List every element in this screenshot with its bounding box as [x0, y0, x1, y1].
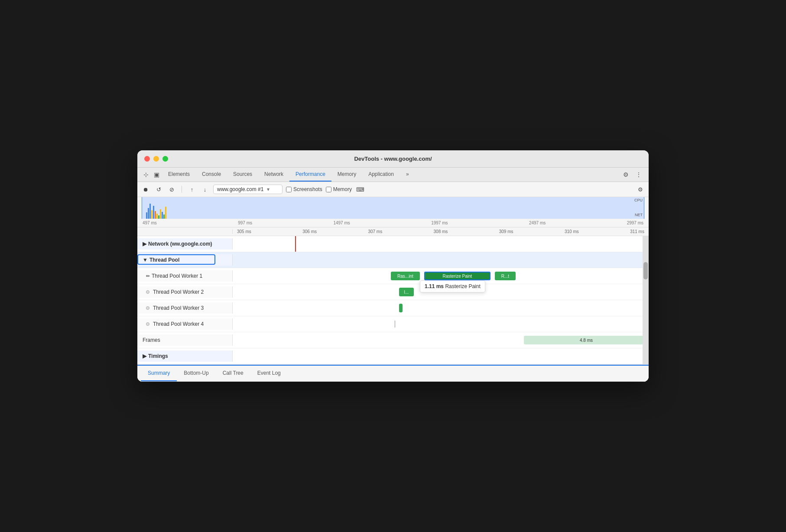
reload-button[interactable]: ↺	[154, 185, 163, 194]
timings-row: ▶ Timings	[137, 348, 649, 364]
worker1-row: ✏ Thread Pool Worker 1 Ras...int Rasteri…	[137, 268, 649, 284]
ruler-309: 309 ms	[499, 229, 513, 234]
worker4-label-text: Thread Pool Worker 4	[153, 321, 204, 327]
tab-network[interactable]: Network	[258, 168, 289, 182]
settings-icon[interactable]: ⚙	[620, 169, 632, 181]
ov-bar	[148, 208, 149, 219]
overview-chart[interactable]: CPU NET	[142, 197, 644, 219]
cursor-icon[interactable]: ⊹	[141, 168, 151, 182]
rasterize-t-bar[interactable]: R...t	[495, 272, 516, 280]
frames-row: Frames 4.8 ms	[137, 332, 649, 348]
url-selector[interactable]: www.google.com #1 ▾	[213, 185, 283, 194]
thread-pool-label[interactable]: ▼ Thread Pool	[137, 254, 233, 266]
record-button[interactable]: ⏺	[141, 185, 150, 194]
scrollbar-thumb[interactable]	[643, 262, 648, 279]
ov-bar	[165, 207, 166, 219]
more-options-icon[interactable]: ⋮	[632, 169, 645, 181]
timings-label-text: Timings	[148, 353, 168, 359]
rasterize-paint-bar[interactable]: Rasterize Paint	[424, 272, 491, 280]
ov-bar	[158, 215, 159, 219]
tab-more[interactable]: »	[400, 168, 415, 182]
worker2-label-text: Thread Pool Worker 2	[153, 289, 204, 295]
timings-content	[233, 348, 649, 364]
tab-bottom-up[interactable]: Bottom-Up	[177, 366, 215, 381]
worker2-row: Thread Pool Worker 2 I...	[137, 284, 649, 300]
memory-checkbox[interactable]	[326, 187, 331, 192]
tab-memory[interactable]: Memory	[331, 168, 362, 182]
screenshots-checkbox[interactable]	[286, 187, 292, 192]
overview-timeline: 497 ms 997 ms 1497 ms 1997 ms 2497 ms 29…	[137, 219, 649, 227]
thread-pool-expand-icon[interactable]: ▼	[143, 257, 148, 263]
tab-sources[interactable]: Sources	[227, 168, 258, 182]
upload-button[interactable]: ↑	[187, 185, 197, 194]
network-row-content	[233, 236, 649, 252]
tab-application[interactable]: Application	[362, 168, 400, 182]
network-throttle-icon[interactable]: ⌨	[355, 185, 365, 194]
tooltip-label: Rasterize Paint	[445, 283, 480, 289]
network-row-label[interactable]: ▶ Network (ww.google.com)	[137, 238, 233, 250]
time-label-5: 2497 ms	[529, 221, 546, 225]
worker3-label-text: Thread Pool Worker 3	[153, 305, 204, 311]
maximize-button[interactable]	[162, 156, 168, 162]
frames-bar[interactable]: 4.8 ms	[524, 336, 649, 344]
tooltip-ms: 1.11 ms	[425, 283, 444, 289]
tab-call-tree[interactable]: Call Tree	[216, 366, 250, 381]
ruler-311: 311 ms	[630, 229, 644, 234]
worker2-bar[interactable]: I...	[399, 288, 414, 296]
download-button[interactable]: ↓	[200, 185, 210, 194]
frames-content[interactable]: 4.8 ms	[233, 332, 649, 348]
performance-toolbar: ⏺ ↺ ⊘ ↑ ↓ www.google.com #1 ▾ Screenshot…	[137, 182, 649, 197]
worker4-content[interactable]	[233, 316, 649, 332]
ov-bar	[162, 212, 163, 219]
time-label-2: 997 ms	[238, 221, 252, 225]
worker1-label: ✏ Thread Pool Worker 1	[137, 270, 233, 282]
tab-event-log[interactable]: Event Log	[250, 366, 288, 381]
title-bar: DevTools - www.google.com/	[137, 150, 649, 168]
worker3-bar[interactable]	[399, 304, 403, 312]
window-title: DevTools - www.google.com/	[354, 156, 432, 162]
devtools-window: DevTools - www.google.com/ ⊹ ▣ Elements …	[137, 150, 649, 382]
worker3-content[interactable]	[233, 300, 649, 316]
frames-label: Frames	[137, 334, 233, 346]
ruler-310: 310 ms	[565, 229, 579, 234]
traffic-lights	[144, 156, 168, 162]
time-label-6: 2997 ms	[627, 221, 643, 225]
ruler-307: 307 ms	[368, 229, 382, 234]
ruler-spacer	[137, 229, 233, 234]
capture-settings-icon[interactable]: ⚙	[636, 185, 645, 194]
worker2-label: Thread Pool Worker 2	[137, 286, 233, 298]
screenshots-checkbox-group[interactable]: Screenshots	[286, 186, 322, 192]
ov-bar	[155, 211, 156, 219]
worker4-label: Thread Pool Worker 4	[137, 318, 233, 330]
network-row: ▶ Network (ww.google.com)	[137, 236, 649, 252]
worker1-content[interactable]: Ras...int Rasterize Paint R...t 1.11 ms …	[233, 268, 649, 284]
tab-console[interactable]: Console	[196, 168, 227, 182]
scrollbar-track[interactable]	[643, 236, 649, 364]
worker3-row: Thread Pool Worker 3	[137, 300, 649, 316]
cpu-label: CPU	[634, 198, 643, 202]
thread-pool-label-text: Thread Pool	[149, 257, 179, 263]
ruler-306: 306 ms	[302, 229, 317, 234]
tab-summary[interactable]: Summary	[141, 366, 177, 381]
clear-button[interactable]: ⊘	[167, 185, 176, 194]
memory-checkbox-group[interactable]: Memory	[326, 186, 352, 192]
timings-label[interactable]: ▶ Timings	[137, 350, 233, 362]
bottom-tabs: Summary Bottom-Up Call Tree Event Log	[137, 365, 649, 382]
network-expand-icon[interactable]: ▶	[143, 241, 146, 247]
url-select-value: www.google.com #1	[217, 186, 263, 192]
timings-expand-icon[interactable]: ▶	[143, 353, 146, 359]
devtools-panel: ⊹ ▣ Elements Console Sources Network Per…	[137, 168, 649, 382]
time-label-3: 1497 ms	[333, 221, 350, 225]
tab-elements[interactable]: Elements	[162, 168, 196, 182]
dot-icon	[146, 306, 149, 310]
tab-performance[interactable]: Performance	[289, 168, 331, 182]
close-button[interactable]	[144, 156, 150, 162]
nav-tabs: ⊹ ▣ Elements Console Sources Network Per…	[137, 168, 649, 182]
rasterize-init-bar[interactable]: Ras...int	[391, 272, 420, 280]
dot-icon	[146, 322, 149, 326]
pencil-icon: ✏	[146, 273, 150, 279]
worker1-label-text: Thread Pool Worker 1	[152, 273, 202, 279]
minimize-button[interactable]	[153, 156, 159, 162]
device-toggle-icon[interactable]: ▣	[151, 168, 162, 182]
ov-bar	[160, 209, 161, 219]
